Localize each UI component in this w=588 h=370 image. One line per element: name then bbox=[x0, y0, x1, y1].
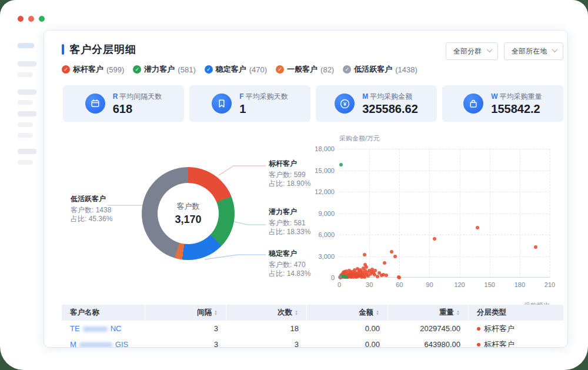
sort-icon[interactable]: ▲▼ bbox=[295, 310, 298, 316]
scatter-point[interactable] bbox=[339, 163, 343, 166]
table-header-row: 客户名称 间隔▲▼ 次数▲▼ 金额▲▼ 重量▲▼ 分层类型 bbox=[62, 305, 563, 321]
y-tick-label: 12,000 bbox=[315, 188, 335, 195]
minimize-button[interactable] bbox=[28, 16, 34, 22]
col-header-name: 客户名称 bbox=[62, 305, 145, 321]
scatter-point[interactable] bbox=[397, 276, 401, 279]
stat-card-recency: R平均间隔天数 618 bbox=[63, 85, 184, 122]
yuan-icon: ¥ bbox=[335, 94, 355, 114]
x-tick-label: 150 bbox=[485, 281, 495, 288]
gridline bbox=[460, 149, 460, 278]
scatter-point[interactable] bbox=[363, 253, 366, 256]
check-circle-icon: ✓ bbox=[343, 65, 351, 74]
scatter-y-axis-title: 采购金额/万元 bbox=[339, 134, 380, 143]
chevron-down-icon bbox=[487, 46, 493, 52]
sort-icon[interactable]: ▲▼ bbox=[376, 310, 379, 316]
cell-interval: 3 bbox=[145, 336, 226, 347]
x-tick-label: 120 bbox=[454, 281, 465, 288]
window-controls bbox=[18, 16, 45, 22]
scatter-plot[interactable]: 03,0006,0009,00012,00015,00018,000030609… bbox=[339, 149, 550, 278]
type-dot bbox=[477, 343, 480, 346]
stat-value: 325586.62 bbox=[362, 102, 418, 116]
stat-letter: M bbox=[362, 92, 368, 101]
donut-ring[interactable] bbox=[142, 167, 235, 260]
sidebar-skeleton-bar bbox=[18, 100, 33, 105]
x-tick-label: 30 bbox=[366, 281, 373, 288]
gridline bbox=[550, 149, 550, 278]
legend-item-biaogan[interactable]: ✓ 标杆客户 (599) bbox=[62, 64, 124, 75]
stat-letter: W bbox=[491, 92, 497, 101]
legend-item-dihuoyue[interactable]: ✓ 低活跃客户 (1438) bbox=[343, 64, 417, 75]
scatter-point[interactable] bbox=[390, 250, 393, 254]
gridline bbox=[490, 149, 490, 278]
customer-name-link[interactable]: MGIS bbox=[70, 340, 128, 347]
stat-cards: R平均间隔天数 618 F平均采购天数 1 bbox=[63, 85, 563, 122]
col-header-weight[interactable]: 重量▲▼ bbox=[388, 305, 469, 321]
sidebar-skeleton-bar bbox=[18, 149, 36, 154]
customer-name-link[interactable]: TENC bbox=[70, 324, 121, 333]
check-circle-icon: ✓ bbox=[133, 65, 141, 74]
y-tick-label: 15,000 bbox=[315, 167, 335, 174]
page-header: 客户分层明细 bbox=[62, 42, 136, 56]
cell-times: 18 bbox=[226, 321, 307, 336]
scatter-point[interactable] bbox=[385, 274, 388, 277]
col-header-amount[interactable]: 金额▲▼ bbox=[307, 305, 388, 321]
sort-icon[interactable]: ▲▼ bbox=[456, 310, 460, 316]
main-panel: 客户分层明细 全部分群 全部所在地 ✓ 标杆客户 (599) ✓ 潜力客户 bbox=[44, 31, 567, 347]
stat-label: 平均采购金额 bbox=[370, 92, 412, 101]
scatter-point[interactable] bbox=[345, 275, 348, 279]
scatter-point[interactable] bbox=[476, 226, 479, 229]
x-tick-label: 60 bbox=[396, 281, 403, 288]
col-header-interval[interactable]: 间隔▲▼ bbox=[145, 305, 226, 321]
filter-bar: 全部分群 全部所在地 bbox=[446, 42, 563, 60]
x-axis-line bbox=[339, 277, 550, 278]
callout-dihuoyue: 低活跃客户 客户数: 1438 占比: 45.36% bbox=[71, 194, 141, 224]
scatter-chart: 采购金额/万元 03,0006,0009,00012,00015,00018,0… bbox=[320, 131, 567, 307]
app-window: 客户分层明细 全部分群 全部所在地 ✓ 标杆客户 (599) ✓ 潜力客户 bbox=[0, 0, 588, 370]
cell-type: 标杆客户 bbox=[469, 336, 563, 347]
stat-card-monetary: ¥ M平均采购金额 325586.62 bbox=[316, 85, 437, 122]
close-button[interactable] bbox=[18, 16, 24, 22]
sidebar-skeleton-bar bbox=[18, 133, 33, 138]
stat-value: 155842.2 bbox=[491, 102, 542, 116]
group-filter-select[interactable]: 全部分群 bbox=[446, 42, 498, 60]
sidebar-skeleton-bar bbox=[18, 111, 36, 116]
location-filter-select[interactable]: 全部所在地 bbox=[504, 42, 563, 60]
scatter-point[interactable] bbox=[433, 237, 436, 241]
y-tick-label: 3,000 bbox=[318, 253, 335, 260]
stat-card-frequency: F平均采购天数 1 bbox=[189, 85, 310, 122]
gridline bbox=[339, 149, 550, 149]
scatter-point[interactable] bbox=[534, 245, 537, 249]
cell-type: 标杆客户 bbox=[469, 321, 563, 336]
col-header-times[interactable]: 次数▲▼ bbox=[226, 305, 307, 321]
legend-item-wending[interactable]: ✓ 稳定客户 (470) bbox=[205, 64, 267, 75]
legend-item-qianli[interactable]: ✓ 潜力客户 (581) bbox=[133, 64, 195, 75]
y-tick-label: 0 bbox=[331, 274, 335, 281]
location-filter-value: 全部所在地 bbox=[512, 46, 547, 56]
check-circle-icon: ✓ bbox=[205, 65, 213, 74]
stat-letter: F bbox=[239, 92, 243, 101]
redacted-text bbox=[83, 326, 108, 332]
cell-weight: 643980.00 bbox=[388, 336, 469, 347]
scatter-point[interactable] bbox=[393, 255, 397, 258]
type-dot bbox=[477, 327, 480, 331]
sidebar-skeleton-bar bbox=[18, 43, 34, 48]
stat-label: 平均间隔天数 bbox=[119, 92, 162, 101]
col-header-type: 分层类型 bbox=[469, 305, 563, 321]
segment-legend: ✓ 标杆客户 (599) ✓ 潜力客户 (581) ✓ 稳定客户 (470) ✓… bbox=[62, 64, 417, 75]
bookmark-icon bbox=[212, 94, 232, 114]
zoom-button[interactable] bbox=[39, 16, 45, 22]
check-circle-icon: ✓ bbox=[62, 65, 70, 74]
legend-item-yiban[interactable]: ✓ 一般客户 (82) bbox=[276, 64, 334, 75]
customer-table: 客户名称 间隔▲▼ 次数▲▼ 金额▲▼ 重量▲▼ 分层类型 TENC 3 18 … bbox=[62, 305, 563, 347]
sort-icon[interactable]: ▲▼ bbox=[214, 310, 218, 316]
sidebar-skeleton-bar bbox=[18, 122, 33, 127]
scatter-point[interactable] bbox=[338, 275, 342, 279]
y-tick-label: 18,000 bbox=[315, 145, 335, 152]
scatter-point[interactable] bbox=[373, 269, 377, 272]
stat-value: 1 bbox=[239, 102, 288, 116]
gridline bbox=[339, 192, 550, 192]
gridline bbox=[369, 149, 370, 278]
gridline bbox=[339, 171, 550, 171]
scatter-point[interactable] bbox=[383, 261, 386, 265]
scatter-point[interactable] bbox=[376, 275, 379, 278]
